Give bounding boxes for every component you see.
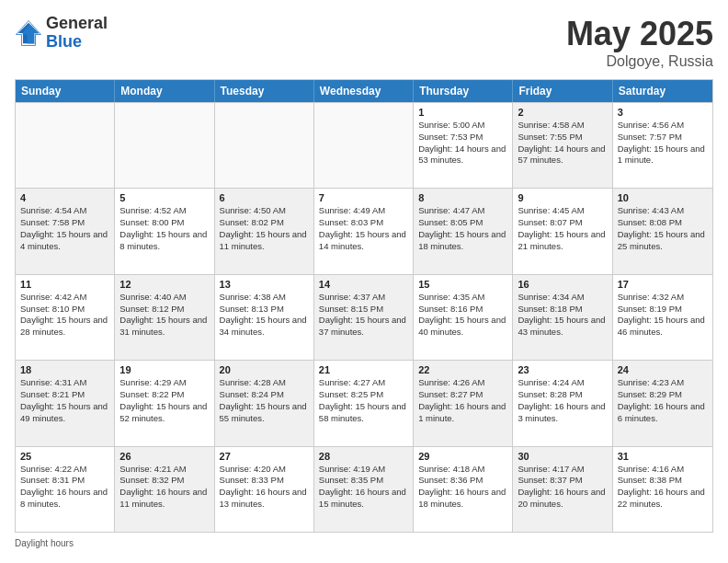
day-number: 9 bbox=[518, 192, 607, 203]
sunrise-text: Sunrise: 4:18 AM bbox=[418, 464, 507, 476]
sunset-text: Sunset: 8:33 PM bbox=[220, 475, 309, 487]
sunrise-text: Sunrise: 4:49 AM bbox=[319, 205, 408, 217]
day-number: 2 bbox=[518, 107, 607, 118]
cal-cell bbox=[314, 103, 414, 188]
sunrise-text: Sunrise: 4:29 AM bbox=[119, 377, 209, 389]
cal-row: 4Sunrise: 4:54 AMSunset: 7:58 PMDaylight… bbox=[16, 188, 712, 273]
cal-cell: 13Sunrise: 4:38 AMSunset: 8:13 PMDayligh… bbox=[215, 275, 314, 360]
day-number: 5 bbox=[119, 192, 209, 203]
cal-cell: 25Sunrise: 4:22 AMSunset: 8:31 PMDayligh… bbox=[16, 447, 115, 532]
cal-cell: 11Sunrise: 4:42 AMSunset: 8:10 PMDayligh… bbox=[16, 275, 115, 360]
daylight-text: Daylight: 15 hours and 31 minutes. bbox=[119, 315, 209, 339]
sunrise-text: Sunrise: 4:38 AM bbox=[220, 292, 309, 304]
logo-general: General bbox=[46, 15, 108, 33]
daylight-text: Daylight: 15 hours and 55 minutes. bbox=[220, 401, 309, 425]
calendar-header-row: SundayMondayTuesdayWednesdayThursdayFrid… bbox=[16, 80, 712, 102]
cal-cell: 16Sunrise: 4:34 AMSunset: 8:18 PMDayligh… bbox=[513, 275, 612, 360]
cal-header-cell: Saturday bbox=[613, 80, 712, 102]
daylight-text: Daylight: 15 hours and 46 minutes. bbox=[618, 315, 708, 339]
sunrise-text: Sunrise: 4:50 AM bbox=[220, 205, 309, 217]
calendar-body: 1Sunrise: 5:00 AMSunset: 7:53 PMDaylight… bbox=[16, 102, 712, 532]
cal-cell: 15Sunrise: 4:35 AMSunset: 8:16 PMDayligh… bbox=[414, 275, 513, 360]
sunset-text: Sunset: 8:35 PM bbox=[319, 475, 408, 487]
cal-cell: 31Sunrise: 4:16 AMSunset: 8:38 PMDayligh… bbox=[613, 447, 712, 532]
logo-icon bbox=[15, 19, 42, 47]
cal-cell: 27Sunrise: 4:20 AMSunset: 8:33 PMDayligh… bbox=[215, 447, 314, 532]
daylight-text: Daylight: 16 hours and 8 minutes. bbox=[20, 487, 109, 511]
cal-cell: 22Sunrise: 4:26 AMSunset: 8:27 PMDayligh… bbox=[414, 361, 513, 445]
sunrise-text: Sunrise: 4:27 AM bbox=[319, 377, 408, 389]
sunrise-text: Sunrise: 4:16 AM bbox=[618, 464, 708, 476]
cal-cell: 21Sunrise: 4:27 AMSunset: 8:25 PMDayligh… bbox=[314, 361, 414, 445]
daylight-text: Daylight: 16 hours and 22 minutes. bbox=[618, 487, 708, 511]
cal-cell: 7Sunrise: 4:49 AMSunset: 8:03 PMDaylight… bbox=[314, 189, 414, 273]
sunrise-text: Sunrise: 4:56 AM bbox=[618, 120, 708, 132]
day-number: 22 bbox=[418, 364, 507, 375]
daylight-text: Daylight: 16 hours and 11 minutes. bbox=[119, 487, 209, 511]
day-number: 28 bbox=[319, 451, 408, 462]
cal-cell: 10Sunrise: 4:43 AMSunset: 8:08 PMDayligh… bbox=[613, 189, 712, 273]
sunrise-text: Sunrise: 4:32 AM bbox=[618, 292, 708, 304]
sunset-text: Sunset: 8:00 PM bbox=[119, 217, 209, 229]
cal-header-cell: Friday bbox=[513, 80, 612, 102]
day-number: 11 bbox=[20, 279, 109, 290]
cal-cell bbox=[115, 103, 214, 188]
day-number: 16 bbox=[518, 279, 607, 290]
day-number: 10 bbox=[618, 192, 708, 203]
cal-row: 1Sunrise: 5:00 AMSunset: 7:53 PMDaylight… bbox=[16, 102, 712, 188]
cal-cell: 4Sunrise: 4:54 AMSunset: 7:58 PMDaylight… bbox=[16, 189, 115, 273]
cal-row: 18Sunrise: 4:31 AMSunset: 8:21 PMDayligh… bbox=[16, 360, 712, 445]
day-number: 31 bbox=[618, 451, 708, 462]
sunrise-text: Sunrise: 4:58 AM bbox=[518, 120, 607, 132]
daylight-text: Daylight: 15 hours and 8 minutes. bbox=[119, 229, 209, 253]
sunset-text: Sunset: 8:28 PM bbox=[518, 389, 607, 401]
cal-cell: 8Sunrise: 4:47 AMSunset: 8:05 PMDaylight… bbox=[414, 189, 513, 273]
sunset-text: Sunset: 8:18 PM bbox=[518, 304, 607, 316]
sunrise-text: Sunrise: 4:24 AM bbox=[518, 377, 607, 389]
calendar: SundayMondayTuesdayWednesdayThursdayFrid… bbox=[15, 79, 713, 533]
cal-cell: 5Sunrise: 4:52 AMSunset: 8:00 PMDaylight… bbox=[115, 189, 214, 273]
sunrise-text: Sunrise: 4:31 AM bbox=[20, 377, 109, 389]
sunset-text: Sunset: 8:19 PM bbox=[618, 304, 708, 316]
footer: Daylight hours bbox=[15, 538, 713, 548]
cal-cell: 6Sunrise: 4:50 AMSunset: 8:02 PMDaylight… bbox=[215, 189, 314, 273]
daylight-text: Daylight: 15 hours and 43 minutes. bbox=[518, 315, 607, 339]
sunrise-text: Sunrise: 4:43 AM bbox=[618, 205, 708, 217]
daylight-text: Daylight: 15 hours and 49 minutes. bbox=[20, 401, 109, 425]
daylight-text: Daylight: 15 hours and 52 minutes. bbox=[119, 401, 209, 425]
cal-header-cell: Wednesday bbox=[314, 80, 414, 102]
sunset-text: Sunset: 8:22 PM bbox=[119, 389, 209, 401]
sunset-text: Sunset: 8:38 PM bbox=[618, 475, 708, 487]
sunset-text: Sunset: 8:08 PM bbox=[618, 217, 708, 229]
logo-text: General Blue bbox=[46, 15, 108, 52]
daylight-text: Daylight: 15 hours and 21 minutes. bbox=[518, 229, 607, 253]
day-number: 30 bbox=[518, 451, 607, 462]
sunset-text: Sunset: 8:10 PM bbox=[20, 304, 109, 316]
day-number: 3 bbox=[618, 107, 708, 118]
sunset-text: Sunset: 8:16 PM bbox=[418, 304, 507, 316]
sunset-text: Sunset: 7:58 PM bbox=[20, 217, 109, 229]
day-number: 12 bbox=[119, 279, 209, 290]
daylight-text: Daylight: 16 hours and 20 minutes. bbox=[518, 487, 607, 511]
day-number: 13 bbox=[220, 279, 309, 290]
sunset-text: Sunset: 8:12 PM bbox=[119, 304, 209, 316]
daylight-text: Daylight: 15 hours and 37 minutes. bbox=[319, 315, 408, 339]
sunset-text: Sunset: 8:24 PM bbox=[220, 389, 309, 401]
logo: General Blue bbox=[15, 15, 108, 52]
cal-cell bbox=[215, 103, 314, 188]
cal-cell: 23Sunrise: 4:24 AMSunset: 8:28 PMDayligh… bbox=[513, 361, 612, 445]
sunrise-text: Sunrise: 4:54 AM bbox=[20, 205, 109, 217]
sunrise-text: Sunrise: 5:00 AM bbox=[418, 120, 507, 132]
daylight-text: Daylight: 16 hours and 15 minutes. bbox=[319, 487, 408, 511]
sunrise-text: Sunrise: 4:28 AM bbox=[220, 377, 309, 389]
page: General Blue May 2025 Dolgoye, Russia Su… bbox=[0, 0, 728, 563]
sunset-text: Sunset: 8:36 PM bbox=[418, 475, 507, 487]
day-number: 6 bbox=[220, 192, 309, 203]
cal-cell: 1Sunrise: 5:00 AMSunset: 7:53 PMDaylight… bbox=[414, 103, 513, 188]
cal-cell: 24Sunrise: 4:23 AMSunset: 8:29 PMDayligh… bbox=[613, 361, 712, 445]
sunset-text: Sunset: 8:25 PM bbox=[319, 389, 408, 401]
cal-header-cell: Thursday bbox=[414, 80, 513, 102]
daylight-text: Daylight: 15 hours and 14 minutes. bbox=[319, 229, 408, 253]
sunrise-text: Sunrise: 4:23 AM bbox=[618, 377, 708, 389]
day-number: 23 bbox=[518, 364, 607, 375]
